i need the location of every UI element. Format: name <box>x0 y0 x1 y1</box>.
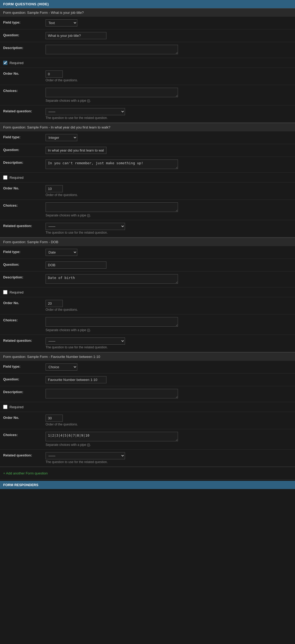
related-label-2: Related question: <box>3 223 46 228</box>
required-checkbox-3[interactable] <box>3 290 7 294</box>
form-question-header-3: Form question: Sample Form - DOB <box>0 238 295 246</box>
choices-row-3: Choices:Separate choices with a pipe (|)… <box>0 314 295 335</box>
question-input-1[interactable] <box>46 32 106 39</box>
form-questions-header: FORM QUESTIONS (HIDE) <box>0 0 295 8</box>
related-select-3[interactable]: —— <box>46 337 125 345</box>
order-row-3: Order No.Order of the questions. <box>0 297 295 314</box>
description-textarea-2[interactable] <box>46 159 178 169</box>
related-select-4[interactable]: —— <box>46 452 125 459</box>
required-label-2: Required <box>10 176 24 180</box>
order-hint-1: Order of the questions. <box>46 78 292 82</box>
description-row-4: Description: <box>0 386 295 402</box>
order-hint-4: Order of the questions. <box>46 423 292 426</box>
description-label-3: Description: <box>3 274 46 279</box>
order-hint-2: Order of the questions. <box>46 193 292 197</box>
form-question-block-1: Form question: Sample Form - What is you… <box>0 8 295 123</box>
field-type-row-3: Field type:TextIntegerDateChoice <box>0 246 295 259</box>
question-label-4: Question: <box>3 376 46 381</box>
choices-textarea-3[interactable] <box>46 317 178 327</box>
order-row-1: Order No.Order of the questions. <box>0 68 295 85</box>
form-question-block-4: Form question: Sample Form - Favourite N… <box>0 352 295 467</box>
field-type-row-4: Field type:TextIntegerDateChoice <box>0 361 295 374</box>
description-textarea-4[interactable] <box>46 389 178 398</box>
field-type-row-1: Field type:TextIntegerDateChoice <box>0 17 295 29</box>
order-input-2[interactable] <box>46 185 63 192</box>
question-label-2: Question: <box>3 147 46 152</box>
choices-row-2: Choices:Separate choices with a pipe (|)… <box>0 200 295 220</box>
question-label-3: Question: <box>3 261 46 267</box>
field-type-row-2: Field type:TextIntegerDateChoice <box>0 131 295 144</box>
related-hint-2: The question to use for the related ques… <box>46 231 292 234</box>
required-checkbox-2[interactable] <box>3 175 7 180</box>
order-label-3: Order No. <box>3 300 46 305</box>
required-row-2: Required <box>0 173 295 183</box>
choices-hint-4: Separate choices with a pipe (|). <box>46 443 292 447</box>
description-label-2: Description: <box>3 159 46 165</box>
related-hint-1: The question to use for the related ques… <box>46 116 292 120</box>
form-question-block-3: Form question: Sample Form - DOBField ty… <box>0 238 295 352</box>
form-question-header-4: Form question: Sample Form - Favourite N… <box>0 352 295 361</box>
question-input-3[interactable] <box>46 261 106 269</box>
choices-row-1: Choices:Separate choices with a pipe (|)… <box>0 85 295 105</box>
form-question-header-1: Form question: Sample Form - What is you… <box>0 8 295 17</box>
choices-textarea-2[interactable] <box>46 202 178 212</box>
required-label-1: Required <box>10 61 24 65</box>
related-hint-3: The question to use for the related ques… <box>46 345 292 349</box>
question-row-1: Question: <box>0 29 295 42</box>
order-row-2: Order No.Order of the questions. <box>0 183 295 200</box>
required-row-3: Required <box>0 287 295 297</box>
choices-label-1: Choices: <box>3 88 46 93</box>
choices-label-2: Choices: <box>3 202 46 207</box>
form-question-block-2: Form question: Sample Form - In what yea… <box>0 123 295 238</box>
question-input-4[interactable] <box>46 376 106 383</box>
order-label-4: Order No. <box>3 415 46 420</box>
description-textarea-1[interactable] <box>46 45 178 54</box>
form-responders-header: FORM RESPONDERS <box>0 481 295 489</box>
description-row-1: Description: <box>0 42 295 58</box>
choices-label-4: Choices: <box>3 432 46 437</box>
question-row-4: Question: <box>0 374 295 386</box>
choices-label-3: Choices: <box>3 317 46 322</box>
order-input-4[interactable] <box>46 415 63 422</box>
field-type-label-1: Field type: <box>3 19 46 24</box>
required-checkbox-1[interactable] <box>3 61 7 65</box>
field-type-label-3: Field type: <box>3 249 46 254</box>
order-label-2: Order No. <box>3 185 46 190</box>
related-row-2: Related question:——The question to use f… <box>0 220 295 237</box>
related-select-1[interactable]: —— <box>46 108 125 115</box>
related-label-4: Related question: <box>3 452 46 457</box>
choices-textarea-1[interactable] <box>46 88 178 97</box>
question-label-1: Question: <box>3 32 46 37</box>
related-label-1: Related question: <box>3 108 46 113</box>
choices-row-4: Choices:Separate choices with a pipe (|)… <box>0 429 295 450</box>
field-type-select-1[interactable]: TextIntegerDateChoice <box>46 19 77 26</box>
choices-textarea-4[interactable] <box>46 432 178 441</box>
description-row-2: Description: <box>0 157 295 173</box>
order-row-4: Order No.Order of the questions. <box>0 412 295 429</box>
question-row-2: Question: <box>0 144 295 157</box>
question-row-3: Question: <box>0 259 295 272</box>
related-row-4: Related question:——The question to use f… <box>0 450 295 467</box>
related-row-3: Related question:——The question to use f… <box>0 335 295 352</box>
choices-hint-2: Separate choices with a pipe (|). <box>46 214 292 217</box>
field-type-select-2[interactable]: TextIntegerDateChoice <box>46 134 77 141</box>
order-input-1[interactable] <box>46 70 63 78</box>
field-type-label-2: Field type: <box>3 134 46 139</box>
required-row-4: Required <box>0 402 295 412</box>
choices-hint-1: Separate choices with a pipe (|). <box>46 99 292 103</box>
related-select-2[interactable]: —— <box>46 223 125 230</box>
order-label-1: Order No. <box>3 70 46 75</box>
question-input-2[interactable] <box>46 147 106 154</box>
order-input-3[interactable] <box>46 300 63 307</box>
order-hint-3: Order of the questions. <box>46 308 292 312</box>
description-row-3: Description: <box>0 272 295 287</box>
required-row-1: Required <box>0 58 295 68</box>
add-form-question-link[interactable]: + Add another Form question <box>0 469 51 478</box>
required-checkbox-4[interactable] <box>3 405 7 409</box>
field-type-select-3[interactable]: TextIntegerDateChoice <box>46 249 77 256</box>
description-textarea-3[interactable] <box>46 274 178 284</box>
related-label-3: Related question: <box>3 337 46 343</box>
related-row-1: Related question:——The question to use f… <box>0 105 295 123</box>
field-type-select-4[interactable]: TextIntegerDateChoice <box>46 363 77 371</box>
required-label-3: Required <box>10 290 24 294</box>
